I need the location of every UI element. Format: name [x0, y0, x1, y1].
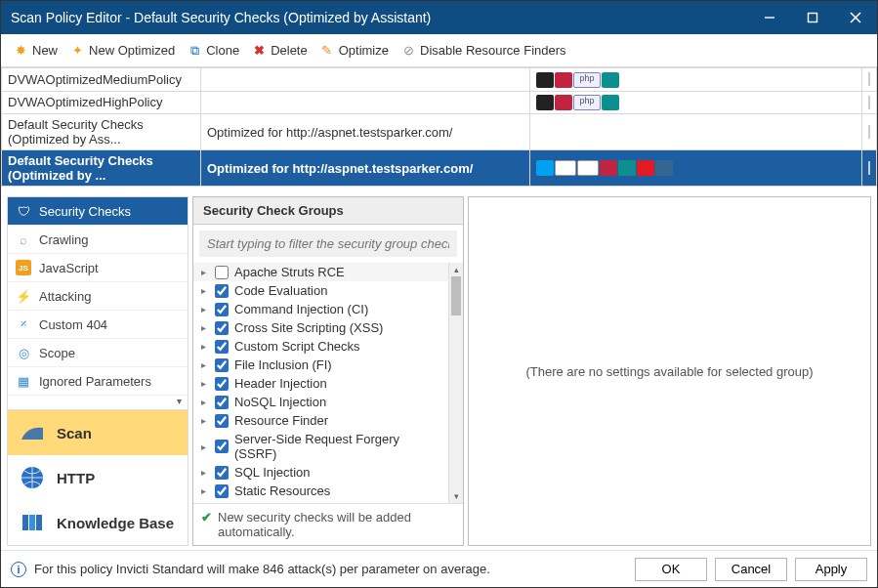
new-optimized-button[interactable]: ✦New Optimized [65, 41, 179, 61]
group-settings-panel: (There are no settings available for sel… [468, 196, 871, 546]
group-checkbox[interactable] [215, 340, 229, 354]
group-checkbox[interactable] [215, 266, 229, 279]
group-label: Custom Script Checks [234, 339, 440, 354]
apache-tech-icon [555, 95, 572, 110]
group-row[interactable]: ▸Command Injection (CI) [193, 300, 448, 318]
policy-grid[interactable]: DVWAOptimizedMediumPolicyphpDVWAOptimize… [1, 67, 877, 187]
disable-resource-finders-button[interactable]: ⊘Disable Resource Finders [397, 41, 570, 61]
expand-icon[interactable]: ▸ [201, 397, 209, 407]
group-row[interactable]: ▸Cross Site Scripting (XSS) [193, 318, 448, 337]
grid-scroll-cell[interactable] [862, 91, 877, 114]
sidebar-section-knowledge-base[interactable]: Knowledge Base [8, 500, 188, 545]
scope-icon: ◎ [16, 345, 31, 360]
group-checkbox[interactable] [215, 377, 229, 391]
sidebar-item-attacking[interactable]: ⚡Attacking [8, 282, 188, 311]
sidebar-section-scan[interactable]: Scan [8, 410, 188, 455]
group-row[interactable]: ▸Apache Struts RCE [193, 263, 448, 281]
close-button[interactable] [834, 1, 877, 34]
ok-button[interactable]: OK [635, 558, 707, 581]
expand-icon[interactable]: ▸ [201, 285, 209, 296]
group-checkbox[interactable] [215, 484, 229, 498]
cancel-button[interactable]: Cancel [715, 558, 787, 581]
grid-scroll-cell[interactable] [862, 150, 877, 187]
scroll-down-icon[interactable]: ▾ [449, 489, 463, 503]
group-checkbox[interactable] [215, 358, 229, 372]
sidebar-item-javascript[interactable]: JSJavaScript [8, 254, 188, 282]
groups-filter-input[interactable] [199, 231, 457, 257]
group-row[interactable]: ▸Code Evaluation [193, 281, 448, 300]
groups-title: Security Check Groups [193, 197, 463, 225]
windows-tech-icon [536, 160, 554, 176]
delete-button[interactable]: ✖Delete [247, 41, 312, 61]
new-button[interactable]: ✸New [9, 41, 62, 61]
php-tech-icon: php [573, 72, 601, 88]
sidebar-section-label: Knowledge Base [57, 515, 174, 531]
policy-row[interactable]: DVWAOptimizedHighPolicyphp [2, 91, 877, 114]
group-row[interactable]: ▸File Inclusion (FI) [193, 356, 448, 374]
expand-icon[interactable]: ▸ [201, 485, 209, 496]
group-checkbox[interactable] [215, 414, 229, 428]
footer-info-text: For this policy Invicti Standard will ma… [34, 562, 490, 576]
sidebar-item-security-checks[interactable]: 🛡Security Checks [8, 197, 188, 226]
expand-icon[interactable]: ▸ [201, 322, 209, 333]
scroll-up-icon[interactable]: ▴ [449, 263, 463, 276]
scroll-thumb[interactable] [451, 276, 461, 315]
svg-rect-7 [36, 515, 42, 530]
group-checkbox[interactable] [215, 440, 229, 453]
group-checkbox[interactable] [215, 303, 229, 316]
policy-tech-cell: php [530, 68, 862, 92]
policy-row[interactable]: DVWAOptimizedMediumPolicyphp [2, 68, 877, 92]
group-checkbox[interactable] [215, 466, 229, 480]
policy-tech-cell: IISASP [530, 150, 862, 187]
group-row[interactable]: ▸NoSQL Injection [193, 393, 448, 411]
expand-icon[interactable]: ▸ [201, 415, 209, 426]
groups-scrollbar[interactable]: ▴ ▾ [448, 263, 463, 503]
grid-scroll-cell[interactable] [862, 68, 877, 92]
group-row[interactable]: ▸Resource Finder [193, 411, 448, 430]
apply-button[interactable]: Apply [795, 558, 867, 581]
linux-tech-icon [536, 95, 554, 110]
other-tech-icon [618, 160, 636, 176]
sidebar-item-scope[interactable]: ◎Scope [8, 339, 188, 367]
policy-row[interactable]: Default Security Checks (Optimized by As… [2, 114, 877, 150]
sidebar-item-ignored-parameters[interactable]: ▦Ignored Parameters [8, 367, 188, 396]
maximize-button[interactable] [791, 1, 834, 34]
optimize-button[interactable]: ✎Optimize [315, 41, 393, 61]
sidebar-item-custom-404[interactable]: 𝄎Custom 404 [8, 311, 188, 339]
spark-icon: ✦ [69, 43, 85, 59]
expand-icon[interactable]: ▸ [201, 467, 209, 478]
scan-policy-editor-window: Scan Policy Editor - Default Security Ch… [0, 0, 878, 588]
security-check-groups-panel: Security Check Groups ▸Apache Struts RCE… [192, 196, 464, 546]
expand-icon[interactable]: ▸ [201, 441, 209, 452]
policy-desc-cell: Optimized for http://aspnet.testsparker.… [201, 150, 530, 187]
group-checkbox[interactable] [215, 284, 229, 298]
expand-icon[interactable]: ▸ [201, 359, 209, 370]
policy-desc-cell: Optimized for http://aspnet.testsparker.… [201, 114, 530, 150]
clone-icon: ⧉ [187, 43, 202, 59]
grid-scroll-cell[interactable] [862, 114, 877, 150]
policy-row[interactable]: Default Security Checks (Optimized by ..… [2, 150, 877, 187]
sidebar-section-label: HTTP [57, 470, 95, 486]
group-checkbox[interactable] [215, 321, 229, 335]
iis-tech-icon: IIS [555, 160, 576, 176]
expand-icon[interactable]: ▸ [201, 378, 209, 389]
sidebar-item-crawling[interactable]: ⌕Crawling [8, 226, 188, 254]
sidebar-item-label: JavaScript [39, 261, 99, 275]
policy-desc-cell [201, 91, 530, 114]
sidebar-scroll-down[interactable]: ▾ [8, 396, 188, 409]
expand-icon[interactable]: ▸ [201, 341, 209, 352]
group-row[interactable]: ▸Header Injection [193, 374, 448, 393]
group-row[interactable]: ▸SQL Injection [193, 463, 448, 482]
expand-icon[interactable]: ▸ [201, 267, 209, 277]
group-checkbox[interactable] [215, 396, 229, 409]
group-label: Resource Finder [234, 413, 440, 428]
minimize-button[interactable] [748, 1, 791, 34]
group-row[interactable]: ▸Static Resources [193, 482, 448, 500]
group-row[interactable]: ▸Custom Script Checks [193, 337, 448, 356]
expand-icon[interactable]: ▸ [201, 304, 209, 315]
groups-list[interactable]: ▸Apache Struts RCE▸Code Evaluation▸Comma… [193, 263, 448, 503]
sidebar-section-http[interactable]: HTTP [8, 455, 188, 500]
clone-button[interactable]: ⧉Clone [183, 41, 243, 61]
group-row[interactable]: ▸Server-Side Request Forgery (SSRF) [193, 430, 448, 463]
svg-rect-5 [22, 515, 28, 530]
